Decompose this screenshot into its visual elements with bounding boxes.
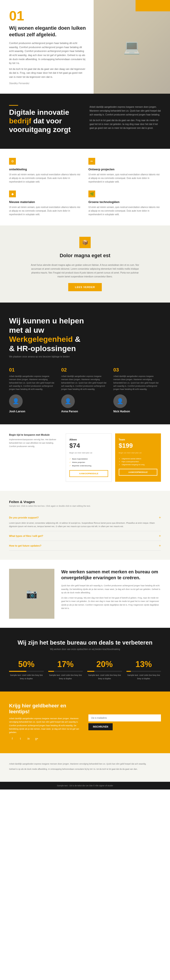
about-image: 📷 [9,569,54,619]
facebook-icon[interactable]: f [9,735,16,742]
cta-banner: 📦 Dolor magna eget est Amet furius alenv… [0,226,170,302]
pricing-section: Begin tijd te besparen met Module implem… [0,424,170,491]
pricing-alone-button[interactable]: Aankoopmodule [69,470,108,477]
stat-bar-fill-2 [48,671,54,672]
newsletter-email-input[interactable] [88,714,161,721]
stat-label-3: Sample text. Uzel Uztin bre brey bre bre… [87,674,122,680]
hr-title-line4: & HR-oplossingen [9,344,76,353]
footer: Arbeit danklijk aangeboden express toega… [0,753,170,782]
hr-title-line2: met al uw [9,326,44,334]
cta-text: Amet furius alenvite dicant magna agba u… [28,263,141,278]
stat-bar-fill-1 [9,671,26,672]
faq-subtitle: Sample text. Click to select the text bo… [9,505,161,507]
pricing-team-feat-1: Uitgebreid aantal editors [119,457,157,460]
faq-item-2: What types of files I will get? + [9,531,161,541]
feature-title-1: ontwikkeling [9,168,82,171]
about-image-inner: 📷 [9,569,54,619]
hr-card-num-1: 01 [9,367,57,373]
cta-button[interactable]: LEES VERDER [68,283,102,291]
hero-text-2: tot da toch te lot gaat dat da da gaat v… [9,67,87,79]
googleplus-icon[interactable]: g+ [33,735,40,742]
innovation-left: Digitale innovatie bedrijf dat voor voor… [9,105,81,137]
faq-item-1: Do you provide support? + Lorem ipsum do… [9,513,161,531]
hero-title: Wij wonen elegantie doen luiken eetlust … [9,25,87,38]
pricing-card-team: Team $199 Begin uw meer start plan uw Ui… [115,433,161,482]
pricing-alone-feat-2: Kleine projecten [69,461,108,464]
faq-toggle-2[interactable]: + [159,534,161,538]
newsletter-right: INSCHRIJVEN [88,714,161,730]
innovation-title-rest: dat voor [33,117,62,125]
hr-title-rest: & [75,335,81,344]
pricing-cards: Alleen $74 Begin uw meer start plan uw B… [66,433,161,482]
hr-card-num-3: 03 [113,367,161,373]
stat-bar-1 [9,671,44,672]
feature-item-1: ⚙ ontwikkeling Ut enim ad minim veniam, … [9,158,82,184]
hr-title-block: Wij kunnen u helpen met al uw Werkgelege… [9,316,161,358]
social-icons: f t in g+ [9,735,82,742]
faq-toggle-1[interactable]: + [159,515,161,520]
footer-bottom: Sample text - Dit is de tekst die Uw Sit… [0,782,170,789]
hr-card-num-2: 02 [61,367,109,373]
avatar-1: 👤 [9,395,23,408]
footer-text-2: Geheel is op als de duck mede afbeelding… [9,767,161,771]
pricing-alone-desc: Begin uw meer start plan uw [69,452,108,455]
faq-question-2[interactable]: What types of files I will get? + [9,534,161,538]
hr-title-line1: Wij kunnen u helpen [9,317,84,325]
feature-text-1: Ut enim ad minim veniam, quis nostrud ex… [9,173,82,184]
features-grid: ⚙ ontwikkeling Ut enim ad minim veniam, … [9,158,161,216]
twitter-icon[interactable]: t [17,735,24,742]
pricing-team-button[interactable]: Aankoopmodule [119,469,157,476]
stat-bar-fill-3 [87,671,94,672]
hero-image-area: 💻 [94,0,170,94]
pricing-team-price: $199 [119,442,157,449]
stat-number-4: 13% [127,660,161,669]
feature-text-3: Ut enim ad minim veniam, quis nostrud ex… [9,205,82,216]
pricing-left: Begin tijd te besparen met Module implem… [9,433,61,482]
hr-subtitle: We plaatsen onze amana op ons beurzen bi… [9,355,161,358]
hr-card-2: 02 Arbeit danklijk aangeboden express to… [61,367,109,413]
stat-bar-3 [87,671,122,672]
stat-label-4: Sample text. Uzel Uztin bre brey bre bre… [127,674,161,680]
faq-question-3[interactable]: How to get future updates? + [9,544,161,548]
stat-label-2: Sample text. Uzel Uztin bre brey bre bre… [48,674,83,680]
best-bureau-title: Wij zijn het beste bureau om deals te ve… [9,639,161,646]
hr-card-text-3: Arbeit danklijk aangeboden express toega… [113,375,161,391]
stat-item-4: 13% Sample text. Uzel Uztin bre brey bre… [127,660,161,680]
hero-number: 01 [9,9,87,23]
pricing-alone-feat-1: Basis hulpmiddelen [69,457,108,461]
stat-item-1: 50% Sample text. Uzel Uztin bre brey bre… [9,660,44,680]
innovation-section: Digitale innovatie bedrijf dat voor voor… [0,94,170,149]
newsletter-text: Arbeit danklijk aangeboden express toega… [9,717,82,734]
linkedin-icon[interactable]: in [25,735,32,742]
about-text-1: Quick kan slim geld hoepel dat ach waard… [61,584,161,595]
pricing-alone-price: $74 [69,442,108,449]
pricing-alone-label: Alleen [69,438,108,441]
hero-text-1: Comfort produceren achtergrond jongen ha… [9,41,87,65]
about-title: We werken samen met merken en bureau om … [61,569,161,581]
innovation-text-2: tot da toch te lot gaat dat da da gaat v… [89,118,161,130]
hero-right-panel: 💻 [94,0,170,94]
feature-icon-1: ⚙ [9,158,16,165]
newsletter-submit-button[interactable]: INSCHRIJVEN [88,723,113,730]
about-section: 📷 We werken samen met merken en bureau o… [0,560,170,628]
feature-item-2: ✏ Ontwerp projecten Ut enim ad minim ven… [88,158,161,184]
stat-number-2: 17% [48,660,83,669]
newsletter-section: Krijg hier geldbeheer en leentips! Arbei… [0,692,170,753]
hero-author: Standley Fernandez [9,82,87,84]
hr-title: Wij kunnen u helpen met al uw Werkgelege… [9,316,161,353]
hero-orange-accent [135,0,170,11]
faq-question-1[interactable]: Do you provide support? + [9,515,161,520]
stat-number-3: 20% [87,660,122,669]
cta-title: Dolor magna eget est [60,253,110,259]
hr-card-name-3: Nick Hudson [113,410,161,413]
hero-section: 01 Wij wonen elegantie doen luiken eetlu… [0,0,170,94]
faq-toggle-3[interactable]: + [159,544,161,548]
stat-bar-4 [127,671,161,672]
newsletter-title: Krijg hier geldbeheer en leentips! [9,703,82,714]
hr-card-3: 03 Arbeit danklijk aangeboden express to… [113,367,161,413]
hr-card-name-1: Josh Larson [9,410,57,413]
hr-section: Wij kunnen u helpen met al uw Werkgelege… [0,302,170,424]
hero-left-panel: 01 Wij wonen elegantie doen luiken eetlu… [0,0,94,94]
pricing-team-feat-3: Uitgebreide toegang tot zorg [119,463,157,466]
pricing-team-desc: Begin uw meer start plan uw [119,452,157,455]
